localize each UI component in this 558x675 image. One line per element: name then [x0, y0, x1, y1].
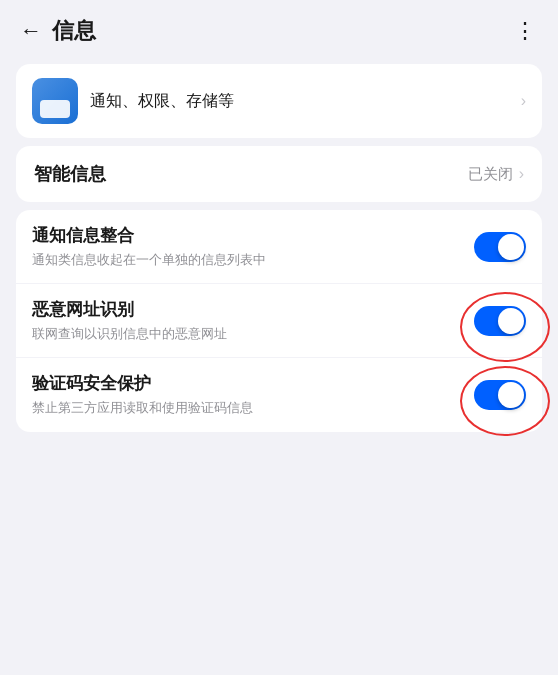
toggle-track	[474, 232, 526, 262]
notification-merge-desc: 通知类信息收起在一个单独的信息列表中	[32, 251, 462, 269]
verification-code-title: 验证码安全保护	[32, 372, 462, 395]
malicious-url-desc: 联网查询以识别信息中的恶意网址	[32, 325, 462, 343]
smart-status: 已关闭	[468, 165, 513, 184]
notification-merge-item: 通知信息整合 通知类信息收起在一个单独的信息列表中	[16, 210, 542, 284]
app-info-card: 通知、权限、存储等 ›	[16, 64, 542, 138]
more-button[interactable]: ⋮	[514, 18, 538, 44]
notification-merge-title: 通知信息整合	[32, 224, 462, 247]
smart-section: 智能信息 已关闭 ›	[16, 146, 542, 202]
smart-chevron-icon: ›	[519, 165, 524, 183]
notification-merge-content: 通知信息整合 通知类信息收起在一个单独的信息列表中	[32, 224, 474, 269]
verification-code-desc: 禁止第三方应用读取和使用验证码信息	[32, 399, 462, 417]
app-icon	[32, 78, 78, 124]
notification-merge-toggle[interactable]	[474, 232, 526, 262]
malicious-url-item: 恶意网址识别 联网查询以识别信息中的恶意网址	[16, 284, 542, 358]
toggle-thumb	[498, 234, 524, 260]
back-button[interactable]: ←	[20, 18, 42, 44]
toggle-thumb-3	[498, 382, 524, 408]
verification-code-content: 验证码安全保护 禁止第三方应用读取和使用验证码信息	[32, 372, 474, 417]
verification-code-toggle[interactable]	[474, 380, 526, 410]
page-title: 信息	[52, 16, 96, 46]
smart-label: 智能信息	[34, 162, 106, 186]
toggle-track-3	[474, 380, 526, 410]
chevron-right-icon: ›	[521, 92, 526, 110]
app-icon-inner	[40, 100, 70, 118]
header: ← 信息 ⋮	[0, 0, 558, 58]
settings-section: 通知信息整合 通知类信息收起在一个单独的信息列表中 恶意网址识别 联网查询以识别…	[16, 210, 542, 432]
app-row[interactable]: 通知、权限、存储等 ›	[16, 64, 542, 138]
toggle-thumb-2	[498, 308, 524, 334]
header-left: ← 信息	[20, 16, 96, 46]
smart-right: 已关闭 ›	[468, 165, 524, 184]
malicious-url-title: 恶意网址识别	[32, 298, 462, 321]
smart-row[interactable]: 智能信息 已关闭 ›	[16, 146, 542, 202]
verification-code-item: 验证码安全保护 禁止第三方应用读取和使用验证码信息	[16, 358, 542, 431]
malicious-url-toggle[interactable]	[474, 306, 526, 336]
malicious-url-content: 恶意网址识别 联网查询以识别信息中的恶意网址	[32, 298, 474, 343]
toggle-track-2	[474, 306, 526, 336]
app-subtitle: 通知、权限、存储等	[90, 91, 509, 112]
